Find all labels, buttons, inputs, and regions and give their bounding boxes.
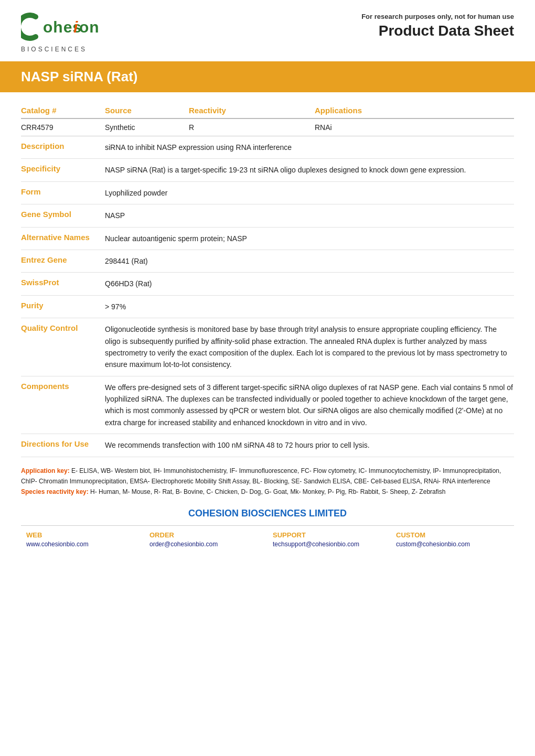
components-value: We offers pre-designed sets of 3 differe…	[105, 382, 514, 429]
footer-custom: CUSTOM custom@cohesionbio.com	[391, 531, 514, 548]
col-source: Source	[105, 106, 189, 115]
gene-symbol-value: NASP	[105, 210, 514, 221]
svg-text:on: on	[79, 18, 100, 36]
footer-support: SUPPORT techsupport@cohesionbio.com	[268, 531, 391, 548]
directions-value: We recommends transfection with 100 nM s…	[105, 439, 514, 451]
description-label: Description	[21, 142, 105, 153]
reactivity-value: R	[189, 123, 315, 132]
footer-web: WEB www.cohesionbio.com	[21, 531, 144, 548]
specificity-value: NASP siRNA (Rat) is a target-specific 19…	[105, 164, 514, 176]
product-data-sheet-title: Product Data Sheet	[121, 23, 514, 39]
logo-biosciences: BIOSCIENCES	[21, 46, 110, 53]
alternative-names-row: Alternative Names Nuclear autoantigenic …	[21, 228, 514, 250]
gene-symbol-label: Gene Symbol	[21, 210, 105, 221]
directions-row: Directions for Use We recommends transfe…	[21, 434, 514, 457]
gene-symbol-row: Gene Symbol NASP	[21, 204, 514, 227]
product-name: NASP siRNA (Rat)	[21, 69, 514, 85]
species-key-prefix: Species reactivity key:	[21, 488, 89, 495]
applications-value: RNAi	[315, 123, 514, 132]
alternative-names-label: Alternative Names	[21, 233, 105, 244]
swissprot-row: SwissProt Q66HD3 (Rat)	[21, 273, 514, 295]
app-key-text: E- ELISA, WB- Western blot, IH- Immunohi…	[21, 467, 501, 485]
species-key-text: H- Human, M- Mouse, R- Rat, B- Bovine, C…	[89, 488, 446, 495]
footer-support-label: SUPPORT	[273, 531, 386, 539]
form-value: Lyophilized powder	[105, 187, 514, 199]
logo-svg: ohes i on	[21, 13, 110, 41]
swissprot-value: Q66HD3 (Rat)	[105, 278, 514, 289]
footer-support-value: techsupport@cohesionbio.com	[273, 541, 359, 548]
app-key-prefix: Application key:	[21, 467, 70, 474]
specificity-row: Specificity NASP siRNA (Rat) is a target…	[21, 159, 514, 181]
col-applications: Applications	[315, 106, 514, 115]
table-row: CRR4579 Synthetic R RNAi	[21, 119, 514, 136]
product-title-bar: NASP siRNA (Rat)	[0, 61, 535, 92]
footer-order-value: order@cohesionbio.com	[149, 541, 218, 548]
footer-custom-value: custom@cohesionbio.com	[396, 541, 470, 548]
header-right: For research purposes only, not for huma…	[121, 13, 514, 39]
purity-row: Purity > 97%	[21, 296, 514, 318]
alternative-names-value: Nuclear autoantigenic sperm protein; NAS…	[105, 233, 514, 244]
col-catalog: Catalog #	[21, 106, 105, 115]
swissprot-label: SwissProt	[21, 278, 105, 289]
description-value: siRNA to inhibit NASP expression using R…	[105, 142, 514, 153]
specificity-label: Specificity	[21, 164, 105, 176]
directions-label: Directions for Use	[21, 439, 105, 451]
form-row: Form Lyophilized powder	[21, 182, 514, 204]
quality-control-row: Quality Control Oligonucleotide synthesi…	[21, 318, 514, 376]
purity-value: > 97%	[105, 301, 514, 312]
footer-order: ORDER order@cohesionbio.com	[144, 531, 268, 548]
footer-custom-label: CUSTOM	[396, 531, 509, 539]
application-key-section: Application key: E- ELISA, WB- Western b…	[21, 466, 514, 498]
col-reactivity: Reactivity	[189, 106, 315, 115]
entrez-gene-row: Entrez Gene 298441 (Rat)	[21, 250, 514, 273]
description-row: Description siRNA to inhibit NASP expres…	[21, 136, 514, 159]
source-value: Synthetic	[105, 123, 189, 132]
for-research-text: For research purposes only, not for huma…	[121, 13, 514, 20]
quality-control-value: Oligonucleotide synthesis is monitored b…	[105, 323, 514, 371]
entrez-gene-label: Entrez Gene	[21, 255, 105, 267]
table-header: Catalog # Source Reactivity Applications	[21, 106, 514, 119]
purity-label: Purity	[21, 301, 105, 312]
components-label: Components	[21, 382, 105, 429]
footer-links: WEB www.cohesionbio.com ORDER order@cohe…	[21, 525, 514, 548]
entrez-gene-value: 298441 (Rat)	[105, 255, 514, 267]
components-row: Components We offers pre-designed sets o…	[21, 376, 514, 435]
catalog-value: CRR4579	[21, 123, 105, 132]
footer-web-value: www.cohesionbio.com	[26, 541, 89, 548]
form-label: Form	[21, 187, 105, 199]
company-name: COHESION BIOSCIENCES LIMITED	[21, 508, 514, 519]
svg-text:i: i	[73, 18, 78, 36]
page-header: ohes i on BIOSCIENCES For research purpo…	[0, 0, 535, 61]
footer-web-label: WEB	[26, 531, 139, 539]
footer-order-label: ORDER	[149, 531, 262, 539]
main-content: Catalog # Source Reactivity Applications…	[0, 92, 535, 558]
quality-control-label: Quality Control	[21, 323, 105, 371]
logo: ohes i on BIOSCIENCES	[21, 13, 110, 53]
logo-cohesion: ohes i on	[21, 13, 110, 45]
